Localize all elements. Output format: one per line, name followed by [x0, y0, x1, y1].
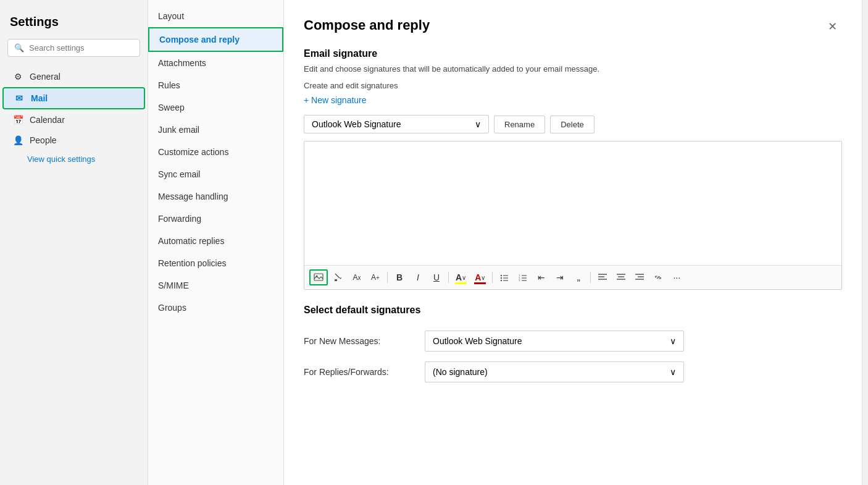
signature-editor: Ax A+ B I U A ∨ A ∨ [304, 141, 842, 290]
delete-button[interactable]: Delete [550, 116, 595, 133]
middle-item-customize[interactable]: Customize actions [148, 141, 283, 163]
svg-text:3.: 3. [519, 279, 520, 282]
toolbar-align-left-button[interactable] [595, 269, 611, 285]
sidebar-item-general[interactable]: ⚙ General [2, 67, 145, 86]
toolbar-more-button[interactable]: ··· [669, 269, 685, 285]
general-icon: ⚙ [12, 72, 23, 82]
toolbar-underline-button[interactable]: U [428, 269, 444, 285]
create-edit-label: Create and edit signatures [304, 81, 842, 90]
toolbar-indent-inc-button[interactable]: ⇥ [552, 269, 568, 285]
new-messages-value: Outlook Web Signature [433, 336, 522, 346]
toolbar-quote-button[interactable]: „ [570, 269, 586, 285]
main-content: Compose and reply ✕ Email signature Edit… [284, 0, 862, 485]
svg-point-7 [501, 280, 502, 281]
new-messages-dropdown[interactable]: Outlook Web Signature ∨ [425, 331, 684, 352]
replies-value: (No signature) [433, 367, 488, 377]
middle-item-smime[interactable]: S/MIME [148, 274, 283, 297]
toolbar-bullets-button[interactable] [496, 269, 512, 285]
sidebar-item-people[interactable]: 👤 People [2, 130, 145, 150]
middle-item-compose[interactable]: Compose and reply [148, 27, 283, 52]
toolbar-highlight-yellow-button[interactable]: A ∨ [453, 269, 469, 285]
align-left-icon [598, 273, 607, 282]
new-messages-row: For New Messages: Outlook Web Signature … [304, 331, 842, 352]
svg-point-5 [501, 277, 502, 279]
middle-item-auto-replies[interactable]: Automatic replies [148, 230, 283, 252]
new-messages-chevron-icon: ∨ [670, 336, 676, 346]
svg-rect-2 [335, 279, 337, 281]
editor-toolbar: Ax A+ B I U A ∨ A ∨ [304, 265, 841, 289]
toolbar-fontsize-dec-button[interactable]: Ax [349, 269, 365, 285]
new-signature-button[interactable]: + New signature [304, 95, 367, 105]
sidebar-item-mail[interactable]: ✉ Mail [2, 87, 145, 109]
link-icon [654, 273, 662, 282]
right-scrollbar [862, 0, 868, 485]
toolbar-paint-button[interactable] [330, 269, 346, 285]
search-input[interactable] [29, 43, 133, 53]
paint-icon [333, 272, 343, 282]
toolbar-numbered-button[interactable]: 1. 2. 3. [515, 269, 531, 285]
replies-label: For Replies/Forwards: [304, 367, 415, 377]
numbered-icon: 1. 2. 3. [519, 273, 527, 282]
search-box[interactable]: 🔍 [7, 39, 140, 57]
rename-button[interactable]: Rename [494, 116, 545, 133]
page-title: Compose and reply [304, 17, 430, 33]
toolbar-separator-1 [387, 272, 388, 283]
toolbar-image-button[interactable] [309, 269, 328, 285]
toolbar-separator-2 [448, 272, 449, 283]
align-center-icon [617, 273, 625, 282]
default-sig-title: Select default signatures [304, 305, 842, 316]
email-signature-desc: Edit and choose signatures that will be … [304, 64, 842, 74]
editor-body[interactable] [304, 141, 841, 265]
middle-item-rules[interactable]: Rules [148, 74, 283, 96]
signature-dropdown-value: Outlook Web Signature [312, 119, 401, 129]
toolbar-bold-button[interactable]: B [391, 269, 407, 285]
toolbar-fontsize-inc-button[interactable]: A+ [367, 269, 383, 285]
dropdown-chevron-icon: ∨ [475, 119, 481, 129]
replies-forwards-row: For Replies/Forwards: (No signature) ∨ [304, 361, 842, 382]
middle-panel: Layout Compose and reply Attachments Rul… [148, 0, 284, 485]
sidebar-item-general-label: General [30, 72, 61, 82]
image-icon [314, 272, 323, 282]
replies-dropdown[interactable]: (No signature) ∨ [425, 361, 684, 382]
middle-item-attachments[interactable]: Attachments [148, 52, 283, 74]
calendar-icon: 📅 [12, 115, 23, 125]
middle-item-retention[interactable]: Retention policies [148, 252, 283, 274]
middle-item-sweep[interactable]: Sweep [148, 96, 283, 119]
middle-item-layout[interactable]: Layout [148, 5, 283, 27]
toolbar-highlight-red-button[interactable]: A ∨ [472, 269, 488, 285]
people-icon: 👤 [12, 135, 23, 145]
mail-icon: ✉ [14, 93, 25, 103]
svg-point-3 [501, 275, 502, 276]
toolbar-align-center-button[interactable] [613, 269, 629, 285]
toolbar-link-button[interactable] [650, 269, 666, 285]
middle-item-message-handling[interactable]: Message handling [148, 185, 283, 208]
new-messages-label: For New Messages: [304, 336, 415, 346]
search-icon: 🔍 [14, 43, 24, 53]
signature-dropdown[interactable]: Outlook Web Signature ∨ [304, 115, 489, 133]
sidebar-item-mail-label: Mail [31, 93, 48, 103]
align-right-icon [635, 273, 644, 282]
main-header: Compose and reply ✕ [304, 17, 842, 36]
view-quick-settings[interactable]: View quick settings [0, 151, 148, 167]
replies-chevron-icon: ∨ [670, 367, 676, 377]
middle-item-groups[interactable]: Groups [148, 297, 283, 319]
toolbar-align-right-button[interactable] [632, 269, 648, 285]
toolbar-separator-3 [492, 272, 493, 283]
middle-item-forwarding[interactable]: Forwarding [148, 208, 283, 230]
default-signatures-section: Select default signatures For New Messag… [304, 305, 842, 382]
email-signature-section: Email signature Edit and choose signatur… [304, 48, 842, 382]
middle-item-sync[interactable]: Sync email [148, 163, 283, 185]
toolbar-separator-4 [590, 272, 591, 283]
app-title: Settings [0, 10, 148, 39]
sidebar: Settings 🔍 ⚙ General ✉ Mail 📅 Calendar 👤… [0, 0, 148, 485]
sidebar-item-calendar-label: Calendar [30, 115, 65, 125]
signature-controls: Outlook Web Signature ∨ Rename Delete [304, 115, 842, 133]
toolbar-indent-dec-button[interactable]: ⇤ [533, 269, 549, 285]
sidebar-item-calendar[interactable]: 📅 Calendar [2, 110, 145, 130]
bullets-icon [500, 273, 509, 282]
toolbar-italic-button[interactable]: I [410, 269, 426, 285]
sidebar-item-people-label: People [30, 135, 57, 145]
middle-item-junk[interactable]: Junk email [148, 119, 283, 141]
email-signature-title: Email signature [304, 48, 842, 59]
close-button[interactable]: ✕ [823, 17, 842, 36]
